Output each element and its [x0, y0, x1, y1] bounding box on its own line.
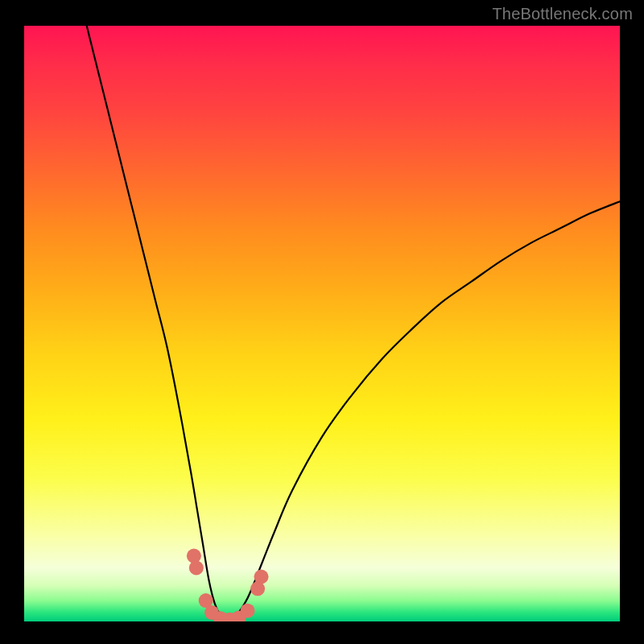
marker-dot [241, 604, 255, 618]
chart-frame: TheBottleneck.com [0, 0, 644, 644]
marker-dot [187, 549, 201, 564]
plot-area [24, 26, 620, 621]
bottleneck-curve [87, 26, 620, 621]
curve-svg [24, 26, 620, 621]
marker-dot [254, 570, 269, 584]
curve-markers [187, 549, 269, 621]
marker-dot [189, 560, 204, 575]
watermark-text: TheBottleneck.com [492, 5, 633, 23]
